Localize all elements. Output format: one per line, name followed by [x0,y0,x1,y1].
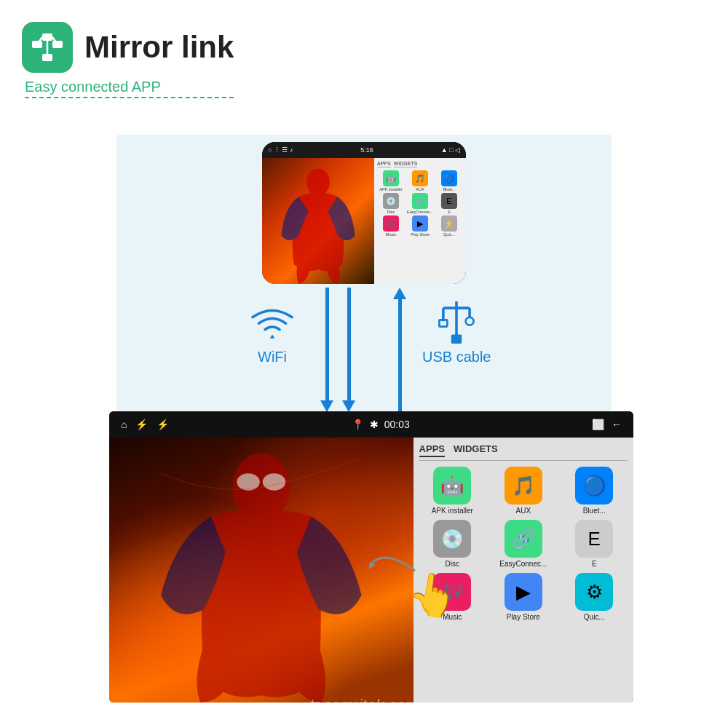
car-back-icon: ← [612,419,622,430]
easy-connected-subtitle: Easy connected APP [25,79,234,98]
phone-statusbar: ○ ⋮ ☰ ♪ 5:16 ▲ □ ◁ [262,142,466,158]
car-app-icon-e: E [575,520,613,558]
list-item: 🎵 AUX [490,467,556,515]
arrow-up [393,288,406,412]
phone-apps-grid: 🤖 APK installer 🎵 AUX 🔵 Bluet... 💿 Disc [377,170,463,237]
mirror-link-icon [31,31,64,64]
car-app-label-blue: Bluet... [583,507,606,515]
arrow-left-down [320,288,333,412]
app-icon-quic: ⚡ [441,215,457,232]
car-statusbar: ⌂ ⚡ ⚡ 📍 ✱ 00:03 ⬜ ← [109,411,633,438]
svg-rect-3 [42,54,52,61]
phone-status-right: ▲ □ ◁ [441,146,460,154]
car-pin-icon: 📍 [352,419,364,430]
list-item: 🎵 AUX [406,170,434,191]
list-item: 🤖 APK installer [377,170,405,191]
app-label-blue: Bluet... [443,187,455,191]
car-tab-widgets: WIDGETS [454,443,498,457]
diagram-area: ○ ⋮ ☰ ♪ 5:16 ▲ □ ◁ APP [0,135,728,728]
app-label-aux: AUX [416,187,424,191]
car-window-icon: ⬜ [592,419,604,430]
list-item: ⚙ Quic... [561,573,628,622]
app-label-music: Music [386,232,396,237]
app-label-play: Play Store [411,232,429,237]
car-status-center: 📍 ✱ 00:03 [352,419,410,430]
app-icon-easy: 🔗 [412,193,428,209]
app-label-disc: Disc [387,210,395,214]
svg-point-17 [263,473,285,491]
list-item: E E [435,193,463,214]
car-unit: ⌂ ⚡ ⚡ 📍 ✱ 00:03 ⬜ ← [109,411,633,703]
list-item: 🔗 EasyConnec... [406,193,434,214]
phone-status-time: 5:16 [360,146,373,154]
car-home-icon: ⌂ [121,419,127,430]
car-app-label-e: E [592,560,597,569]
list-item: 💿 Disc [419,520,486,569]
car-app-icon-easy: 🔗 [505,520,542,558]
phone-tab-widgets: WIDGETS [394,161,418,167]
list-item: 🔵 Bluet... [435,170,463,191]
app-label-quic: Quic... [443,232,455,237]
car-app-icon-quic: ⚙ [575,573,613,611]
svg-rect-12 [440,320,448,326]
phone-apps-tabs: APPS WIDGETS [377,161,463,167]
app-icon-music: 🎶 [383,215,399,232]
car-app-icon-disc: 💿 [433,520,471,558]
app-icon-play: ▶ [412,215,428,232]
app-label-easy: EasyConnec... [407,210,433,214]
list-item: 🎶 Music [377,215,405,237]
car-usb-icon2: ⚡ [157,419,169,430]
wifi-icon [248,301,297,344]
pointing-hand-icon: 👆 [404,566,462,622]
phone-top: ○ ⋮ ☰ ♪ 5:16 ▲ □ ◁ APP [262,142,466,284]
phone-top-content: APPS WIDGETS 🤖 APK installer 🎵 AUX 🔵 Blu… [262,158,466,284]
app-icon-aux: 🎵 [412,170,428,186]
car-bt-icon: ✱ [370,419,379,430]
app-label-apk: APK installer [379,187,403,191]
app-label-e: E [448,210,451,214]
app-icon-apk: 🤖 [383,170,399,186]
mirror-link-row: Mirror link [22,22,234,73]
list-item: 💿 Disc [377,193,405,214]
wifi-section: WiFi [248,301,297,365]
usb-section: USB cable [422,295,491,365]
car-apps-tabs: APPS WIDGETS [419,443,628,461]
car-status-left: ⌂ ⚡ ⚡ [121,419,169,430]
svg-point-7 [306,169,330,196]
car-app-label-easy: EasyConnec... [499,560,547,569]
car-app-label-quic: Quic... [584,613,605,622]
header-section: Mirror link Easy connected APP [22,22,234,98]
svg-rect-14 [451,334,462,344]
list-item: E E [561,520,628,569]
phone-apps-area: APPS WIDGETS 🤖 APK installer 🎵 AUX 🔵 Blu… [374,158,466,284]
car-app-label-apk: APK installer [432,507,473,515]
list-item: ⚡ Quic... [435,215,463,237]
list-item: 🔗 EasyConnec... [490,520,556,569]
car-usb-icon1: ⚡ [135,419,148,430]
list-item: ▶ Play Store [490,573,556,622]
phone-tab-apps: APPS [377,161,391,167]
svg-rect-2 [42,33,52,41]
list-item: ▶ Play Store [406,215,434,237]
car-apps-area: APPS WIDGETS 🤖 APK installer 🎵 AUX 🔵 Blu… [414,438,633,703]
watermark: tr.carmitek.com [309,696,419,715]
car-app-icon-play: ▶ [505,573,542,611]
phone-video-area [262,158,374,284]
car-time: 00:03 [384,419,410,430]
car-tab-apps: APPS [419,443,445,457]
svg-marker-18 [368,562,376,569]
arrow-right-down [342,288,355,412]
svg-point-13 [466,317,474,325]
car-app-label-play: Play Store [507,613,540,622]
phone-spiderman-svg [262,158,374,284]
car-app-label-disc: Disc [446,560,459,569]
list-item: 🔵 Bluet... [561,467,628,515]
usb-icon [436,295,477,344]
pointing-hand-wrapper: 👆 [408,571,459,619]
mirror-link-title: Mirror link [84,30,234,65]
app-icon-e: E [441,193,457,209]
car-app-label-aux: AUX [516,507,531,515]
car-app-icon-blue: 🔵 [575,467,613,505]
car-app-icon-apk: 🤖 [433,467,471,505]
app-icon-disc: 💿 [383,193,399,209]
